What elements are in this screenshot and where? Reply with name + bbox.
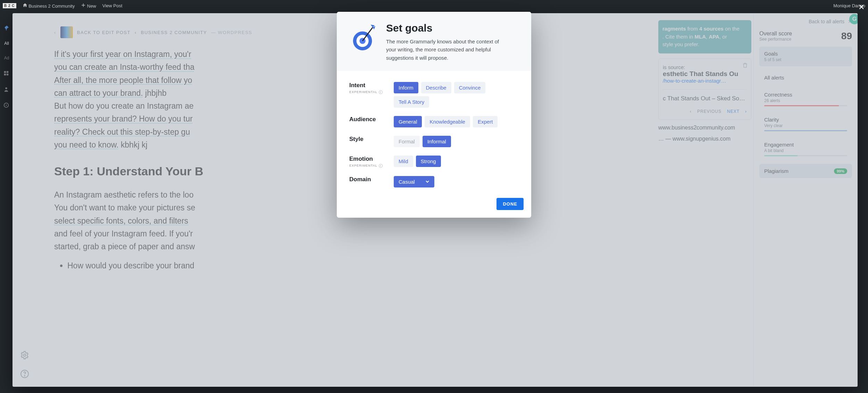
- intent-tellstory[interactable]: Tell A Story: [394, 96, 429, 108]
- domain-select[interactable]: Casual: [394, 176, 434, 187]
- intent-convince[interactable]: Convince: [454, 82, 486, 93]
- intent-inform[interactable]: Inform: [394, 82, 418, 93]
- audience-knowledgeable[interactable]: Knowledgeable: [425, 116, 470, 127]
- chevron-down-icon: [425, 179, 429, 184]
- style-label: Style: [349, 136, 394, 143]
- intent-describe[interactable]: Describe: [421, 82, 451, 93]
- goal-row-domain: Domain Casual: [349, 172, 519, 192]
- modal-layer: Set goals The more Grammarly knows about…: [0, 0, 868, 393]
- domain-label: Domain: [349, 176, 394, 183]
- intent-label: Intent: [349, 82, 394, 89]
- experimental-tag: EXPERIMENTAL: [349, 90, 377, 94]
- audience-label: Audience: [349, 116, 394, 123]
- style-informal[interactable]: Informal: [423, 136, 451, 147]
- goal-row-style: Style Formal Informal: [349, 132, 519, 151]
- experimental-tag: EXPERIMENTAL: [349, 164, 377, 167]
- emotion-strong[interactable]: Strong: [416, 156, 441, 167]
- emotion-mild[interactable]: Mild: [394, 156, 413, 167]
- audience-expert[interactable]: Expert: [473, 116, 498, 127]
- info-icon[interactable]: i: [379, 164, 383, 168]
- modal-description: The more Grammarly knows about the conte…: [386, 37, 501, 62]
- goals-target-icon: [349, 22, 378, 53]
- info-icon[interactable]: i: [379, 90, 383, 94]
- domain-value: Casual: [399, 179, 415, 185]
- close-icon[interactable]: ✕: [858, 3, 865, 12]
- modal-title: Set goals: [386, 22, 501, 34]
- goal-row-intent: Intent EXPERIMENTALi Inform Describe Con…: [349, 78, 519, 112]
- emotion-label: Emotion: [349, 156, 394, 162]
- audience-general[interactable]: General: [394, 116, 422, 127]
- done-button[interactable]: DONE: [496, 198, 524, 210]
- goal-row-emotion: Emotion EXPERIMENTALi Mild Strong: [349, 151, 519, 172]
- style-formal[interactable]: Formal: [394, 136, 420, 147]
- set-goals-modal: Set goals The more Grammarly knows about…: [337, 12, 531, 218]
- goal-row-audience: Audience General Knowledgeable Expert: [349, 112, 519, 132]
